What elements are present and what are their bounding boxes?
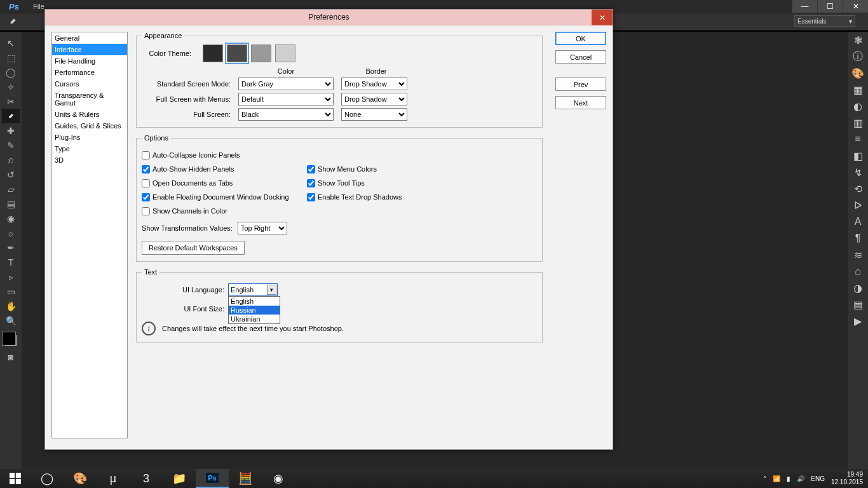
eraser-tool[interactable]: ▱ <box>2 182 20 196</box>
taskbar-app-utorrent[interactable]: µ <box>97 469 130 488</box>
open-tabs-checkbox[interactable] <box>142 179 150 187</box>
restore-workspaces-button[interactable]: Restore Default Workspaces <box>142 241 245 255</box>
show-menu-colors-checkbox[interactable] <box>307 165 315 173</box>
minimize-button[interactable]: — <box>792 0 817 13</box>
standard-screen-border-select[interactable]: Drop Shadow <box>341 78 407 90</box>
taskbar-app-photoshop[interactable]: Ps <box>196 469 229 488</box>
panel-info-icon[interactable]: ⓘ <box>848 48 868 65</box>
taskbar-app-chrome[interactable]: ◉ <box>262 469 295 488</box>
brush-tool[interactable]: ✎ <box>2 138 20 152</box>
healing-tool[interactable]: ✚ <box>2 123 20 138</box>
tray-volume-icon[interactable]: 🔊 <box>797 475 804 482</box>
panel-styles-icon[interactable]: ▥ <box>848 114 868 131</box>
fullscreen-menus-border-select[interactable]: Drop Shadow <box>341 93 407 105</box>
type-tool[interactable]: T <box>2 255 20 269</box>
color-swatch[interactable] <box>4 334 17 347</box>
panel-nav-icon[interactable]: ▤ <box>848 296 868 313</box>
standard-screen-color-select[interactable]: Dark Gray <box>238 78 334 90</box>
quickmask-toggle[interactable]: ◙ <box>2 349 20 364</box>
path-selection-tool[interactable]: ▹ <box>2 269 20 284</box>
fullscreen-border-select[interactable]: None <box>341 108 407 121</box>
panel-libraries-icon[interactable]: ▦ <box>848 81 868 98</box>
dialog-close-button[interactable]: ✕ <box>592 10 613 25</box>
pref-category-file-handling[interactable]: File Handling <box>52 55 127 67</box>
pref-category-type[interactable]: Type <box>52 143 127 154</box>
gradient-tool[interactable]: ▤ <box>2 196 20 211</box>
panel-history-icon[interactable]: ⟲ <box>848 180 868 197</box>
transformation-values-select[interactable]: Top Right <box>238 222 287 234</box>
panel-paragraph-icon[interactable]: ≋ <box>848 247 868 263</box>
enable-text-shadow-label[interactable]: Enable Text Drop Shadows <box>318 193 402 201</box>
auto-collapse-checkbox[interactable] <box>142 151 150 159</box>
move-tool[interactable]: ↖ <box>2 36 20 50</box>
tray-battery-icon[interactable]: ▮ <box>787 475 790 482</box>
enable-docking-checkbox[interactable] <box>142 193 150 201</box>
maximize-button[interactable]: ☐ <box>817 0 843 13</box>
panel-adjustments-icon[interactable]: ◐ <box>848 98 868 114</box>
enable-docking-label[interactable]: Enable Floating Document Window Docking <box>153 193 289 201</box>
hand-tool[interactable]: ✋ <box>2 299 20 313</box>
auto-show-checkbox[interactable] <box>142 165 150 173</box>
cancel-button[interactable]: Cancel <box>555 50 606 64</box>
pref-category-general[interactable]: General <box>52 32 127 44</box>
tray-up-icon[interactable]: ˄ <box>763 475 766 482</box>
taskbar-app-3dsmax[interactable]: 3 <box>130 469 163 488</box>
blur-tool[interactable]: ◉ <box>2 211 20 226</box>
eyedropper-tool-icon[interactable] <box>0 13 25 30</box>
ui-language-option-ukrainian[interactable]: Ukrainian <box>229 315 280 323</box>
panel-paths-icon[interactable]: ↯ <box>848 164 868 180</box>
taskbar-app-calc[interactable]: 🧮 <box>229 469 262 488</box>
pref-category-plug-ins[interactable]: Plug-Ins <box>52 132 127 143</box>
marquee-tool[interactable]: ⬚ <box>2 50 20 65</box>
fullscreen-menus-color-select[interactable]: Default <box>238 93 334 105</box>
preferences-category-list[interactable]: GeneralInterfaceFile HandlingPerformance… <box>51 32 128 438</box>
pref-category-transparency-gamut[interactable]: Transparency & Gamut <box>52 90 127 109</box>
auto-collapse-label[interactable]: Auto-Collapse Iconic Panels <box>153 151 240 159</box>
theme-swatch-0[interactable] <box>203 44 223 62</box>
panel-color-icon[interactable]: ❃ <box>848 32 868 48</box>
tray-network-icon[interactable]: 📶 <box>773 475 780 482</box>
ui-language-option-russian[interactable]: Russian <box>229 306 280 315</box>
show-tooltips-checkbox[interactable] <box>307 179 315 187</box>
panel-clone-icon[interactable]: ◑ <box>848 280 868 296</box>
ui-language-select[interactable]: English ▾ <box>228 283 278 296</box>
panel-swatches-icon[interactable]: 🎨 <box>848 65 868 81</box>
pref-category-cursors[interactable]: Cursors <box>52 78 127 90</box>
show-menu-colors-label[interactable]: Show Menu Colors <box>318 165 377 173</box>
theme-swatch-3[interactable] <box>275 44 295 62</box>
lasso-tool[interactable]: ◯ <box>2 65 20 79</box>
show-tooltips-label[interactable]: Show Tool Tips <box>318 179 365 187</box>
ui-language-dropdown-list[interactable]: EnglishRussianUkrainian <box>228 296 280 324</box>
show-channels-label[interactable]: Show Channels in Color <box>153 207 227 215</box>
taskbar-app-explorer[interactable]: 📁 <box>163 469 196 488</box>
pref-category-performance[interactable]: Performance <box>52 67 127 78</box>
open-tabs-label[interactable]: Open Documents as Tabs <box>153 179 233 187</box>
show-channels-checkbox[interactable] <box>142 207 150 215</box>
prev-button[interactable]: Prev <box>555 78 606 91</box>
panel-properties-icon[interactable]: A <box>848 214 868 230</box>
stamp-tool[interactable]: ⎌ <box>2 152 20 167</box>
zoom-tool[interactable]: 🔍 <box>2 313 20 328</box>
pref-category-interface[interactable]: Interface <box>52 44 127 55</box>
next-button[interactable]: Next <box>555 96 606 109</box>
panel-character-icon[interactable]: ¶ <box>848 230 868 247</box>
ok-button[interactable]: OK <box>555 32 606 45</box>
theme-swatch-1[interactable] <box>227 44 247 62</box>
enable-text-shadow-checkbox[interactable] <box>307 193 315 201</box>
taskbar-app-paint[interactable]: 🎨 <box>64 469 97 488</box>
ui-language-option-english[interactable]: English <box>229 297 280 306</box>
fullscreen-color-select[interactable]: Black <box>238 108 334 121</box>
panel-actions-icon[interactable]: ᐅ <box>848 197 868 214</box>
tray-language-indicator[interactable]: ENG <box>811 475 825 482</box>
crop-tool[interactable]: ✂ <box>2 94 20 109</box>
wand-tool[interactable]: ✧ <box>2 79 20 94</box>
tray-clock[interactable]: 19:49 12.10.2015 <box>831 471 863 486</box>
rectangle-tool[interactable]: ▭ <box>2 284 20 299</box>
panel-layers-icon[interactable]: ≡ <box>848 131 868 147</box>
play-icon[interactable]: ▶ <box>848 313 868 329</box>
history-brush-tool[interactable]: ↺ <box>2 167 20 182</box>
start-button[interactable] <box>0 469 31 488</box>
panel-brush-icon[interactable]: ⌂ <box>848 263 868 280</box>
close-button[interactable]: ✕ <box>843 0 868 13</box>
panel-channels-icon[interactable]: ◧ <box>848 147 868 164</box>
